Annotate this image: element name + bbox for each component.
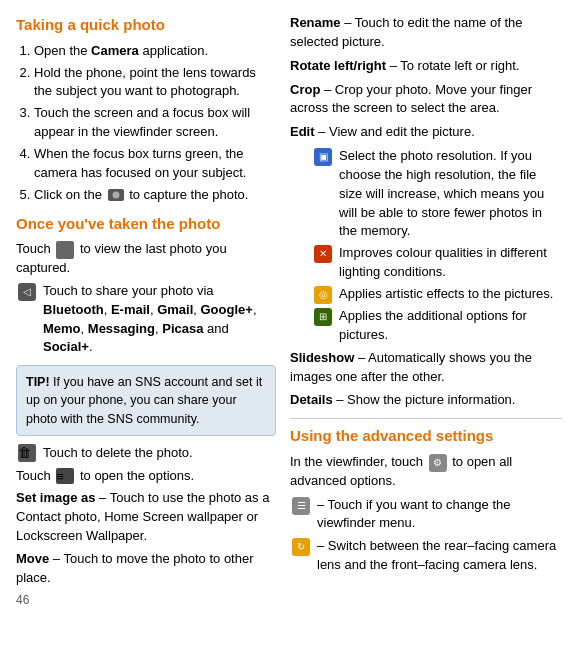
colour-icon: ✕ (314, 245, 332, 263)
picasa-label: Picasa (162, 321, 203, 336)
edit-subitems: ▣ Select the photo resolution. If you ch… (290, 147, 562, 345)
tip-box: TIP! If you have an SNS account and set … (16, 365, 276, 435)
advanced-sub2-text: – Switch between the rear–facing camera … (317, 537, 562, 575)
tip-text: If you have an SNS account and set it up… (26, 375, 262, 425)
edit-sub3-row: ◎ Applies artistic effects to the pictur… (312, 285, 562, 304)
step-4: When the focus box turns green, the came… (34, 145, 276, 183)
share-text: Touch to share your photo via Bluetooth,… (43, 282, 276, 357)
additional-icon: ⊞ (314, 308, 332, 326)
gear-icon: ⚙ (429, 454, 447, 472)
set-image-text: Set image as – Touch to use the photo as… (16, 489, 276, 546)
social-label: Social+ (43, 339, 89, 354)
edit-sub1-text: Select the photo resolution. If you choo… (339, 147, 562, 241)
share-row: ◁ Touch to share your photo via Bluetoot… (16, 282, 276, 357)
memo-label: Memo (43, 321, 81, 336)
camera-capture-icon (108, 189, 124, 201)
left-column: Taking a quick photo Open the Camera app… (16, 14, 276, 615)
move-label: Move (16, 551, 49, 566)
taking-photo-heading: Taking a quick photo (16, 14, 276, 36)
camera-app-label: Camera (91, 43, 139, 58)
right-column: Rename – Touch to edit the name of the s… (290, 14, 562, 615)
view-photo-icon (56, 241, 74, 259)
edit-sub4-text: Applies the additional options for pictu… (339, 307, 562, 345)
viewfinder-menu-icon: ☰ (292, 497, 310, 515)
steps-list: Open the Camera application. Hold the ph… (16, 42, 276, 205)
edit-sub1-row: ▣ Select the photo resolution. If you ch… (312, 147, 562, 241)
details-label: Details (290, 392, 333, 407)
edit-label: Edit (290, 124, 315, 139)
gmail-label: Gmail (157, 302, 193, 317)
advanced-sub1-text: – Touch if you want to change the viewfi… (317, 496, 562, 534)
rotate-label: Rotate left/right (290, 58, 386, 73)
share-apps: Bluetooth (43, 302, 104, 317)
delete-icon: 🗑 (18, 444, 36, 462)
edit-sub2-row: ✕ Improves colour qualities in different… (312, 244, 562, 282)
tip-label: TIP! (26, 375, 50, 389)
crop-label: Crop (290, 82, 320, 97)
email-label: E-mail (111, 302, 150, 317)
move-text: Move – Touch to move the photo to other … (16, 550, 276, 588)
rename-line: Rename – Touch to edit the name of the s… (290, 14, 562, 52)
options-line: Touch ≡ to open the options. (16, 467, 276, 486)
messaging-label: Messaging (88, 321, 155, 336)
step-3: Touch the screen and a focus box will ap… (34, 104, 276, 142)
rotate-line: Rotate left/right – To rotate left or ri… (290, 57, 562, 76)
slideshow-line: Slideshow – Automatically shows you the … (290, 349, 562, 387)
slideshow-label: Slideshow (290, 350, 354, 365)
page-number: 46 (16, 592, 276, 609)
step-5: Click on the to capture the photo. (34, 186, 276, 205)
delete-row: 🗑 Touch to delete the photo. (16, 444, 276, 463)
edit-sub4-row: ⊞ Applies the additional options for pic… (312, 307, 562, 345)
options-menu-icon: ≡ (56, 468, 74, 484)
advanced-sub1-row: ☰ – Touch if you want to change the view… (290, 496, 562, 534)
section-divider (290, 418, 562, 419)
share-icon: ◁ (18, 283, 36, 301)
edit-line: Edit – View and edit the picture. (290, 123, 562, 142)
resolution-icon: ▣ (314, 148, 332, 166)
set-image-label: Set image as (16, 490, 96, 505)
advanced-sub2-row: ↻ – Switch between the rear–facing camer… (290, 537, 562, 575)
step-2: Hold the phone, point the lens towards t… (34, 64, 276, 102)
advanced-intro-text: In the viewfinder, touch ⚙ to open all a… (290, 453, 562, 491)
page-wrapper: Taking a quick photo Open the Camera app… (16, 14, 562, 615)
edit-sub2-text: Improves colour qualities in different l… (339, 244, 562, 282)
step-1: Open the Camera application. (34, 42, 276, 61)
rename-label: Rename (290, 15, 341, 30)
once-taken-heading: Once you've taken the photo (16, 213, 276, 235)
googleplus-label: Google+ (201, 302, 253, 317)
advanced-settings-heading: Using the advanced settings (290, 425, 562, 447)
crop-line: Crop – Crop your photo. Move your finger… (290, 81, 562, 119)
edit-sub3-text: Applies artistic effects to the pictures… (339, 285, 553, 304)
delete-text: Touch to delete the photo. (43, 444, 193, 463)
camera-switch-icon: ↻ (292, 538, 310, 556)
details-line: Details – Show the picture information. (290, 391, 562, 410)
artistic-icon: ◎ (314, 286, 332, 304)
view-last-photo-text: Touch to view the last photo you capture… (16, 240, 276, 278)
